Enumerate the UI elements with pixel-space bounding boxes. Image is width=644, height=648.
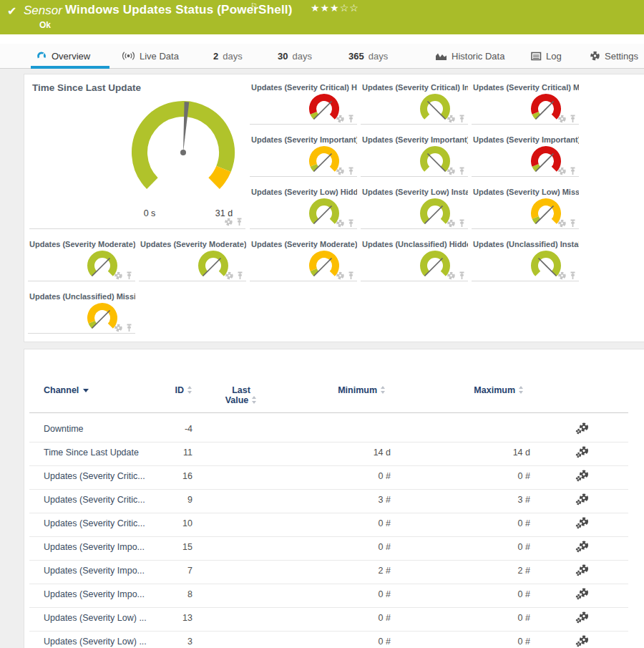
pin-icon[interactable] [569,167,577,175]
gauge-tile[interactable]: Updates (Severity Low) Missi... [472,188,579,229]
channel-name[interactable]: Updates (Severity Low) ... [44,613,147,623]
channel-name[interactable]: Updates (Severity Impo... [44,542,145,552]
tile-divider [361,124,468,125]
gear-icon[interactable] [557,167,567,175]
channel-name[interactable]: Time Since Last Update [44,448,139,458]
pin-icon[interactable] [458,219,466,228]
gear-icon[interactable] [557,115,567,123]
pin-icon[interactable] [236,271,244,280]
channel-settings-icon[interactable] [575,611,590,624]
gauge-tile-title: Updates (Severity Low) Install... [362,188,468,196]
column-header-channel[interactable]: Channel [44,385,130,395]
column-header-maximum[interactable]: Maximum [416,385,524,395]
channel-settings-icon[interactable] [575,541,590,553]
tab-settings[interactable]: Settings [590,44,638,68]
gauge-tile[interactable]: Updates (Severity Critical) Ins... [361,83,468,125]
tab-overview[interactable]: Overview [36,44,90,68]
flag-icon[interactable]: ⚐ [250,1,258,11]
channel-name[interactable]: Updates (Severity Low) ... [44,637,147,647]
channel-settings-icon[interactable] [575,635,590,647]
channel-row[interactable]: Time Since Last Update1114 d14 d [29,443,628,466]
channel-row[interactable]: Updates (Severity Critic...160 #0 # [29,466,628,490]
channel-settings-icon[interactable] [575,446,590,458]
gear-icon[interactable] [557,271,567,280]
channel-row[interactable]: Updates (Severity Critic...100 #0 # [29,513,628,537]
pin-icon[interactable] [235,218,243,226]
pin-icon[interactable] [347,115,355,123]
channel-name[interactable]: Updates (Severity Impo... [44,566,145,576]
channel-name[interactable]: Downtime [44,424,84,434]
channel-settings-icon[interactable] [575,564,590,576]
channel-settings-icon[interactable] [575,493,590,506]
tab-log[interactable]: Log [531,44,562,68]
channel-settings-icon[interactable] [575,470,590,482]
pin-icon[interactable] [125,271,133,280]
column-header-minimum[interactable]: Minimum [278,385,386,395]
channel-row[interactable]: Updates (Severity Impo...72 #2 # [29,561,628,584]
gauge-tile[interactable]: Updates (Severity Important) ... [361,135,468,177]
pin-icon[interactable] [347,219,355,228]
tab-365-days[interactable]: 365days [348,44,388,68]
gear-icon[interactable] [557,219,567,228]
gauge-tile[interactable]: Updates (Severity Critical) Hi... [250,83,357,125]
channel-settings-icon[interactable] [575,588,590,600]
column-header-id[interactable]: ID [150,385,192,395]
gear-icon[interactable] [114,324,123,332]
tab-2-days[interactable]: 2days [213,44,243,68]
gear-icon[interactable] [114,271,123,280]
gauge-tile[interactable]: Updates (Severity Moderate) ... [28,240,135,281]
channel-row[interactable]: Downtime-4 [29,419,628,443]
gauge-tile-title: Updates (Severity Low) Hidden [251,188,357,196]
gear-icon[interactable] [336,271,345,280]
gear-icon[interactable] [336,167,345,175]
channel-name[interactable]: Updates (Severity Critic... [44,495,145,505]
pin-icon[interactable] [347,167,355,175]
channel-row[interactable]: Updates (Severity Low) ...30 #0 # [29,632,628,648]
gauge-tile[interactable]: Updates (Unclassified) Install... [472,240,579,281]
pin-icon[interactable] [347,271,355,280]
gauge-tile[interactable]: Updates (Unclassified) Missing [28,292,135,334]
gear-icon[interactable] [447,115,456,123]
gear-icon[interactable] [225,271,234,280]
gauge-tile[interactable]: Updates (Severity Critical) Mi... [472,83,579,125]
pin-icon[interactable] [458,271,466,280]
main-gauge-max-label: 31 d [206,208,242,218]
channel-row[interactable]: Updates (Severity Impo...150 #0 # [29,537,628,561]
log-icon [531,52,542,61]
gear-icon[interactable] [447,219,456,228]
gauge-tile[interactable]: Updates (Severity Low) Hidden [250,188,357,229]
gauge-tile[interactable]: Updates (Severity Low) Install... [361,188,468,229]
gear-icon[interactable] [224,218,233,226]
channel-row[interactable]: Updates (Severity Critic...93 #3 # [29,490,628,513]
pin-icon[interactable] [569,115,577,123]
gauge-tile[interactable]: Updates (Severity Moderate) ... [250,240,357,281]
gauge-tile[interactable]: Updates (Severity Important) ... [250,135,357,177]
pin-icon[interactable] [569,271,577,280]
tab-number: 365 [348,51,364,62]
channel-name[interactable]: Updates (Severity Critic... [44,518,145,528]
gauge-tile[interactable]: Updates (Severity Moderate) I... [139,240,246,281]
gear-icon[interactable] [336,219,345,228]
pin-icon[interactable] [458,115,466,123]
tab-live-data[interactable]: Live Data [122,44,179,68]
gauge-tile[interactable]: Updates (Unclassified) Hidden [361,240,468,281]
tab-historic-data[interactable]: Historic Data [435,44,504,68]
channel-settings-icon[interactable] [575,517,590,529]
column-header-last_value[interactable]: LastValue [213,385,270,405]
tab-label: Settings [605,51,638,62]
pin-icon[interactable] [125,324,133,332]
pin-icon[interactable] [569,219,577,228]
channel-name[interactable]: Updates (Severity Impo... [44,589,145,599]
pin-icon[interactable] [458,167,466,175]
gear-icon[interactable] [447,167,456,175]
gauge-tile[interactable]: Updates (Severity Important) ... [472,135,579,177]
channel-row[interactable]: Updates (Severity Impo...80 #0 # [29,584,628,608]
star-rating[interactable]: ★★★☆☆ [311,2,359,14]
channel-name[interactable]: Updates (Severity Critic... [44,471,145,481]
channel-row[interactable]: Updates (Severity Low) ...130 #0 # [29,608,628,632]
channel-settings-icon[interactable] [575,422,590,435]
gauge-tile-title: Updates (Severity Moderate) ... [29,240,135,248]
tab-30-days[interactable]: 30days [278,44,312,68]
gear-icon[interactable] [447,271,456,280]
gear-icon[interactable] [336,115,345,123]
